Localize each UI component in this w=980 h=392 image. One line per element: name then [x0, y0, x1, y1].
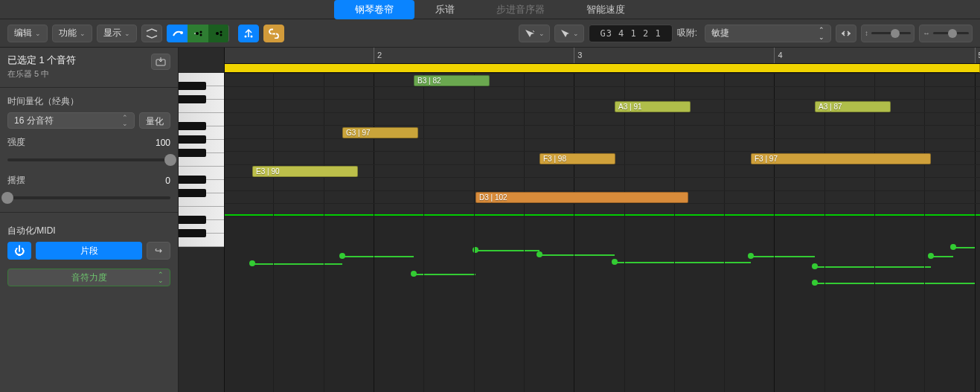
snap-value: 敏捷	[711, 27, 729, 39]
quantize-label: 时间量化（经典）	[7, 95, 170, 108]
strength-label: 强度	[7, 136, 25, 149]
quantize-button[interactable]: 量化	[139, 112, 170, 129]
midi-in-group	[167, 25, 229, 42]
svg-point-3	[199, 33, 202, 36]
function-menu[interactable]: 功能⌄	[52, 25, 92, 42]
quantize-value-select[interactable]: 16 分音符 ⌃⌄	[7, 112, 135, 129]
svg-point-0	[180, 31, 183, 34]
midi-note[interactable]: F3 | 98	[539, 153, 615, 164]
view-menu[interactable]: 显示⌄	[97, 25, 137, 42]
automation-point[interactable]	[339, 253, 345, 259]
automation-point[interactable]	[612, 259, 618, 265]
automation-lane[interactable]	[225, 214, 980, 392]
inspector-panel: 已选定 1 个音符 在乐器 5 中 时间量化（经典） 16 分音符 ⌃⌄ 量化 …	[0, 48, 179, 392]
svg-point-2	[199, 30, 202, 33]
tab-score[interactable]: 乐谱	[414, 0, 475, 19]
snap-select[interactable]: 敏捷 ⌃⌄	[705, 25, 831, 42]
import-button[interactable]	[151, 54, 170, 70]
piano-keyboard[interactable]	[179, 48, 225, 392]
svg-point-6	[220, 33, 222, 36]
midi-note[interactable]: A3 | 87	[815, 101, 891, 112]
selection-title: 已选定 1 个音符	[7, 54, 76, 67]
updown-icon: ⌃⌄	[122, 115, 128, 126]
midi-note[interactable]: D3 | 102	[475, 192, 688, 203]
horizontal-zoom-slider[interactable]: ↔	[919, 25, 973, 42]
piano-roll-editor: 2345 B3 | 82A3 | 91A3 | 87G3 | 97F3 | 98…	[179, 48, 980, 392]
automation-point[interactable]	[748, 253, 754, 259]
left-click-tool[interactable]: ⌄	[519, 25, 550, 42]
strength-value: 100	[156, 138, 170, 148]
updown-icon: ⌃⌄	[158, 271, 164, 283]
tab-step-sequencer: 步进音序器	[475, 0, 566, 19]
scroll-to-selection-button[interactable]	[836, 25, 856, 42]
tab-smart-tempo[interactable]: 智能速度	[566, 0, 646, 19]
automation-cycle-button[interactable]: ↪	[147, 242, 170, 260]
svg-point-7	[245, 35, 247, 37]
strength-slider[interactable]	[7, 153, 170, 167]
chevron-down-icon: ⌄	[124, 30, 130, 37]
midi-in-button[interactable]	[188, 25, 208, 42]
ruler-mark: 4	[774, 48, 785, 63]
midi-note[interactable]: F3 | 97	[751, 153, 931, 164]
vertical-zoom-slider[interactable]: ↕	[861, 25, 915, 42]
swing-slider[interactable]	[7, 191, 170, 205]
zoom-h-icon: ↔	[923, 29, 930, 37]
note-grid[interactable]: 2345 B3 | 82A3 | 91A3 | 87G3 | 97F3 | 98…	[225, 48, 980, 392]
quantize-value: 16 分音符	[14, 115, 54, 127]
automation-clip-button[interactable]: 片段	[36, 242, 142, 260]
chevron-down-icon: ⌄	[539, 30, 545, 37]
automation-point[interactable]	[950, 244, 956, 250]
selection-subtitle: 在乐器 5 中	[7, 68, 76, 80]
automation-point[interactable]	[928, 253, 934, 259]
swing-label: 摇摆	[7, 174, 25, 187]
chevron-down-icon: ⌄	[573, 30, 579, 37]
chevron-down-icon: ⌄	[35, 30, 41, 37]
ruler-mark: 2	[374, 48, 385, 63]
view-menu-label: 显示	[103, 27, 121, 39]
editor-toolbar: 编辑⌄ 功能⌄ 显示⌄ ⌄ ⌄ G3 4 1 2 1 吸附: 敏捷 ⌃⌄ ↕ ↔	[0, 19, 980, 48]
midi-note[interactable]: A3 | 91	[615, 101, 691, 112]
svg-point-4	[216, 32, 219, 35]
automation-point[interactable]	[812, 263, 818, 269]
svg-point-1	[196, 32, 199, 35]
ruler-mark: 5	[975, 48, 980, 63]
snap-label: 吸附:	[677, 27, 697, 39]
edit-menu-label: 编辑	[14, 27, 32, 39]
updown-icon: ⌃⌄	[819, 26, 824, 41]
midi-note[interactable]: E3 | 90	[252, 166, 358, 177]
chevron-down-icon: ⌄	[80, 30, 86, 37]
automation-point[interactable]	[249, 260, 255, 266]
link-button[interactable]	[263, 25, 284, 42]
midi-draw-button[interactable]	[167, 25, 188, 42]
midi-note[interactable]: G3 | 97	[342, 127, 418, 138]
svg-point-5	[220, 30, 222, 33]
bar-ruler[interactable]: 2345	[225, 48, 980, 64]
view-tab-bar: 钢琴卷帘 乐谱 步进音序器 智能速度	[0, 0, 980, 19]
automation-point[interactable]	[537, 251, 542, 257]
automation-param-select[interactable]: 音符力度 ⌃⌄	[7, 269, 170, 286]
info-display: G3 4 1 2 1	[589, 25, 672, 42]
ruler-mark: 3	[574, 48, 585, 63]
function-menu-label: 功能	[59, 27, 77, 39]
collapse-icon[interactable]	[141, 25, 162, 42]
swing-value: 0	[165, 176, 170, 186]
midi-out-button[interactable]	[208, 25, 229, 42]
region-marker[interactable]	[225, 64, 980, 73]
automation-point[interactable]	[812, 280, 818, 286]
tab-piano-roll[interactable]: 钢琴卷帘	[334, 0, 414, 19]
zoom-v-icon: ↕	[865, 29, 868, 37]
midi-note[interactable]: B3 | 82	[414, 75, 490, 86]
catch-playhead-button[interactable]	[238, 25, 259, 42]
edit-menu[interactable]: 编辑⌄	[7, 25, 48, 42]
svg-point-8	[251, 35, 253, 37]
automation-param-value: 音符力度	[71, 271, 107, 284]
automation-point[interactable]	[411, 271, 417, 277]
automation-header: 自动化/MIDI	[7, 225, 170, 237]
automation-power-button[interactable]: ⏻	[7, 242, 31, 260]
cmd-click-tool[interactable]: ⌄	[554, 25, 584, 42]
